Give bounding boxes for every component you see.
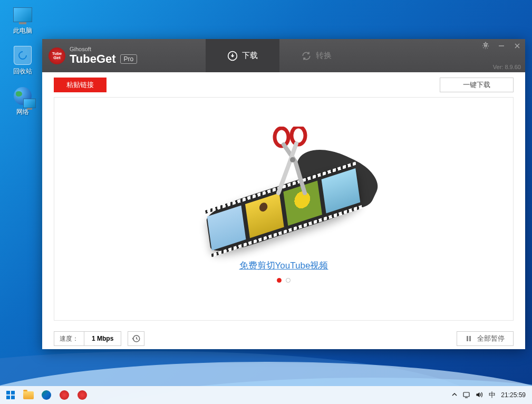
taskbar-app-2[interactable] — [74, 388, 91, 402]
minimize-icon — [498, 43, 505, 49]
tray-overflow-button[interactable] — [452, 392, 457, 398]
chevron-up-icon — [452, 392, 457, 397]
desktop-icon-recycle-bin[interactable]: 回收站 — [4, 45, 41, 76]
taskbar-edge-browser[interactable] — [38, 388, 55, 402]
desktop-icon-label: 回收站 — [13, 67, 32, 76]
desktop-icon-network[interactable]: 网络 — [4, 85, 41, 117]
svg-point-8 — [290, 157, 295, 162]
carousel-dot-2[interactable] — [286, 278, 291, 283]
main-content: 免费剪切YouTube视频 — [42, 97, 525, 328]
main-tabs: 下载 转换 — [206, 39, 353, 72]
network-icon — [12, 85, 33, 107]
paste-link-button[interactable]: 粘贴链接 — [54, 78, 107, 92]
pause-icon — [466, 335, 472, 342]
start-button[interactable] — [2, 388, 19, 402]
convert-icon — [301, 51, 312, 61]
network-tray-icon — [462, 391, 470, 399]
film-cut-illustration — [183, 122, 384, 259]
tubeget-window: TubeGet Gihosoft TubeGet Pro 下载 转换 — [42, 39, 525, 349]
promo-link-free-cut-youtube[interactable]: 免费剪切YouTube视频 — [239, 259, 328, 272]
tray-network-button[interactable] — [462, 391, 470, 400]
svg-rect-10 — [467, 336, 468, 341]
company-name: Gihosoft — [70, 46, 137, 52]
carousel-dots — [277, 278, 291, 283]
carousel-dot-1[interactable] — [277, 278, 282, 283]
window-controls — [478, 39, 525, 53]
this-pc-icon — [12, 4, 33, 25]
app-icon — [78, 390, 87, 400]
window-title-text: Gihosoft TubeGet Pro — [70, 46, 137, 66]
svg-rect-12 — [463, 392, 469, 397]
status-bar: 速度： 1 Mbps 全部暂停 — [42, 328, 525, 349]
promo-panel: 免费剪切YouTube视频 — [54, 97, 514, 321]
app-icon — [60, 390, 69, 400]
history-icon — [131, 334, 141, 343]
tray-clock[interactable]: 21:25:59 — [501, 391, 526, 399]
desktop-icon-label: 此电脑 — [13, 26, 32, 35]
pause-all-label: 全部暂停 — [477, 334, 505, 343]
svg-point-2 — [483, 43, 489, 49]
speed-value: 1 Mbps — [84, 332, 121, 345]
close-button[interactable] — [509, 39, 525, 53]
speed-limit-control[interactable]: 速度： 1 Mbps — [54, 331, 121, 346]
product-name: TubeGet — [70, 52, 116, 66]
system-tray: 中 21:25:59 — [452, 390, 530, 400]
minimize-button[interactable] — [494, 39, 509, 53]
svg-point-7 — [292, 127, 305, 145]
desktop-icon-this-pc[interactable]: 此电脑 — [4, 4, 41, 35]
desktop-icons-area: 此电脑 回收站 网络 — [4, 4, 41, 126]
tray-ime-indicator[interactable]: 中 — [489, 390, 496, 400]
windows-logo-icon — [6, 391, 15, 399]
folder-icon — [23, 391, 34, 399]
toolbar: 粘贴链接 一键下载 — [42, 72, 525, 97]
recycle-bin-icon — [12, 45, 33, 66]
taskbar-file-explorer[interactable] — [20, 388, 37, 402]
speaker-icon — [476, 391, 483, 399]
settings-button[interactable] — [478, 39, 494, 53]
app-logo-icon: TubeGet — [49, 47, 65, 64]
pause-all-button[interactable]: 全部暂停 — [457, 331, 514, 346]
svg-rect-11 — [469, 336, 471, 341]
close-icon — [514, 43, 520, 49]
download-icon — [227, 51, 238, 61]
edge-icon — [42, 390, 51, 400]
scissors-icon — [268, 127, 315, 195]
version-label: Ver: 8.9.60 — [493, 64, 521, 70]
gear-icon — [481, 42, 490, 50]
tab-convert[interactable]: 转换 — [279, 39, 353, 72]
speed-label: 速度： — [54, 334, 84, 343]
title-bar: TubeGet Gihosoft TubeGet Pro 下载 转换 — [42, 39, 525, 72]
history-button[interactable] — [128, 331, 144, 346]
one-click-download-button[interactable]: 一键下载 — [440, 78, 514, 92]
taskbar-app-1[interactable] — [56, 388, 73, 402]
tab-download[interactable]: 下载 — [206, 39, 279, 72]
tab-download-label: 下载 — [242, 51, 258, 61]
svg-point-6 — [275, 128, 288, 146]
pro-badge: Pro — [120, 54, 138, 64]
tab-convert-label: 转换 — [316, 51, 332, 61]
tray-volume-button[interactable] — [476, 391, 483, 400]
taskbar: 中 21:25:59 — [0, 386, 532, 404]
